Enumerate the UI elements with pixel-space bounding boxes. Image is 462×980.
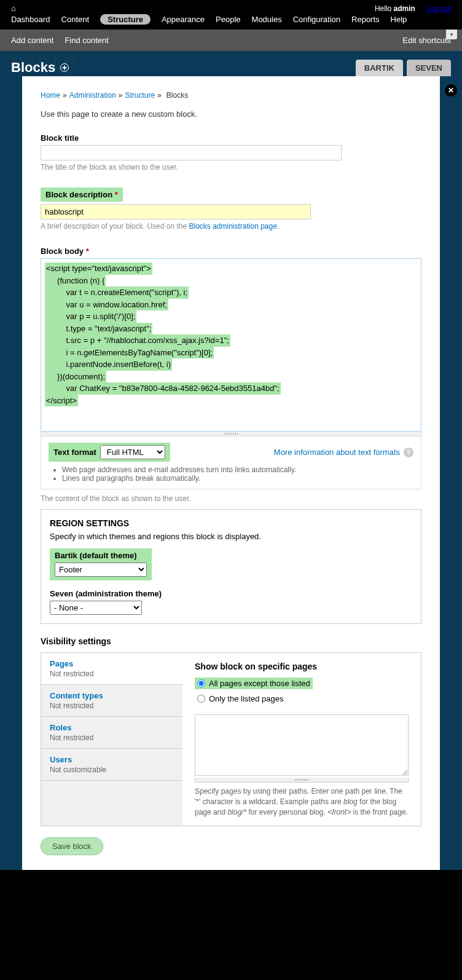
seven-region-label: Seven (administration theme) xyxy=(50,589,412,598)
blocks-admin-link[interactable]: Blocks administration page xyxy=(189,222,276,231)
vis-tab-content-types[interactable]: Content typesNot restricted xyxy=(41,685,182,717)
radio-only-listed[interactable]: Only the listed pages xyxy=(195,693,409,705)
radio-all-except[interactable]: All pages except those listed xyxy=(195,678,313,689)
block-description-help: A brief description of your block. Used … xyxy=(41,222,421,231)
text-format-more-link[interactable]: More information about text formats xyxy=(274,448,400,457)
format-tip-1: Web page addresses and e-mail addresses … xyxy=(62,465,413,474)
region-settings-heading: REGION SETTINGS xyxy=(50,518,412,528)
vis-tab-users[interactable]: UsersNot customizable xyxy=(41,749,182,781)
home-icon[interactable]: ⌂ xyxy=(11,4,16,13)
menu-modules[interactable]: Modules xyxy=(252,15,282,24)
seven-region-select[interactable]: - None - xyxy=(50,601,142,615)
visibility-pages-textarea[interactable] xyxy=(195,714,409,776)
page-title: Blocks + xyxy=(11,60,69,76)
crumb-structure[interactable]: Structure xyxy=(125,91,155,100)
menu-people[interactable]: People xyxy=(216,15,240,24)
bartik-region-label: Bartik (default theme) xyxy=(55,551,147,560)
crumb-blocks: Blocks xyxy=(166,91,188,100)
shortcut-bar: Add content Find content Edit shortcuts xyxy=(0,30,462,51)
admin-menu: DashboardContentStructureAppearancePeopl… xyxy=(11,14,451,30)
menu-help[interactable]: Help xyxy=(391,15,407,24)
visibility-resize-handle[interactable] xyxy=(195,778,409,783)
close-overlay-icon[interactable]: ✕ xyxy=(445,84,457,97)
radio-only-listed-input[interactable] xyxy=(197,695,205,703)
shortcut-add-content[interactable]: Add content xyxy=(11,36,53,45)
menu-dashboard[interactable]: Dashboard xyxy=(11,15,50,24)
menu-configuration[interactable]: Configuration xyxy=(293,15,340,24)
page-header: HABLO Blocks + BARTIK SEVEN ✕ Home»Admin… xyxy=(0,51,462,870)
logout-link[interactable]: Log out xyxy=(426,4,451,13)
vis-tab-roles[interactable]: RolesNot restricted xyxy=(41,717,182,749)
crumb-administration[interactable]: Administration xyxy=(69,91,116,100)
toolbar-toggle-icon[interactable]: ▼ xyxy=(446,30,457,39)
edit-shortcuts-link[interactable]: Edit shortcuts xyxy=(402,36,451,45)
breadcrumb: Home»Administration»Structure»Blocks xyxy=(41,91,421,100)
hello-user: Hello admin xyxy=(375,4,415,13)
shortcut-find-content[interactable]: Find content xyxy=(65,36,109,45)
vis-tab-pages[interactable]: PagesNot restricted xyxy=(41,653,182,685)
admin-topbar: ⌂ Hello admin Log out DashboardContentSt… xyxy=(0,0,462,30)
menu-content[interactable]: Content xyxy=(61,15,90,24)
intro-text: Use this page to create a new custom blo… xyxy=(41,109,421,119)
block-description-label: Block description * xyxy=(41,188,123,202)
textarea-resize-handle[interactable] xyxy=(41,432,421,437)
block-title-help: The title of the block as shown to the u… xyxy=(41,163,421,172)
region-settings-fieldset: REGION SETTINGS Specify in which themes … xyxy=(41,509,421,624)
block-body-help: The content of the block as shown to the… xyxy=(41,494,421,503)
visibility-heading: Visibility settings xyxy=(41,636,421,646)
menu-structure[interactable]: Structure xyxy=(100,14,151,25)
visibility-box: PagesNot restrictedContent typesNot rest… xyxy=(41,652,421,826)
block-title-input[interactable] xyxy=(41,145,342,160)
visibility-help: Specify pages by using their paths. Ente… xyxy=(195,786,409,817)
format-tip-2: Lines and paragraphs break automatically… xyxy=(62,474,413,483)
region-settings-desc: Specify in which themes and regions this… xyxy=(50,532,412,541)
bartik-region-select[interactable]: Footer xyxy=(55,563,147,577)
content-panel: Home»Administration»Structure»Blocks Use… xyxy=(22,76,440,870)
text-format-box: Text format Full HTML More information a… xyxy=(41,437,421,489)
text-format-label: Text format xyxy=(53,448,96,457)
menu-appearance[interactable]: Appearance xyxy=(162,15,205,24)
block-body-textarea[interactable]: <script type="text/javascript"> (functio… xyxy=(41,258,421,432)
visibility-panel-heading: Show block on specific pages xyxy=(195,662,409,671)
add-shortcut-icon[interactable]: + xyxy=(60,63,69,72)
menu-reports[interactable]: Reports xyxy=(351,15,380,24)
block-title-label: Block title xyxy=(41,133,421,143)
tab-bartik[interactable]: BARTIK xyxy=(356,60,403,76)
crumb-home[interactable]: Home xyxy=(41,91,60,100)
block-body-label: Block body * xyxy=(41,247,421,256)
radio-all-except-input[interactable] xyxy=(197,679,205,687)
block-description-input[interactable] xyxy=(41,204,311,219)
text-format-select[interactable]: Full HTML xyxy=(100,445,165,459)
help-icon[interactable]: ? xyxy=(404,448,413,457)
tab-seven[interactable]: SEVEN xyxy=(407,60,451,76)
save-block-button[interactable]: Save block xyxy=(41,837,103,855)
